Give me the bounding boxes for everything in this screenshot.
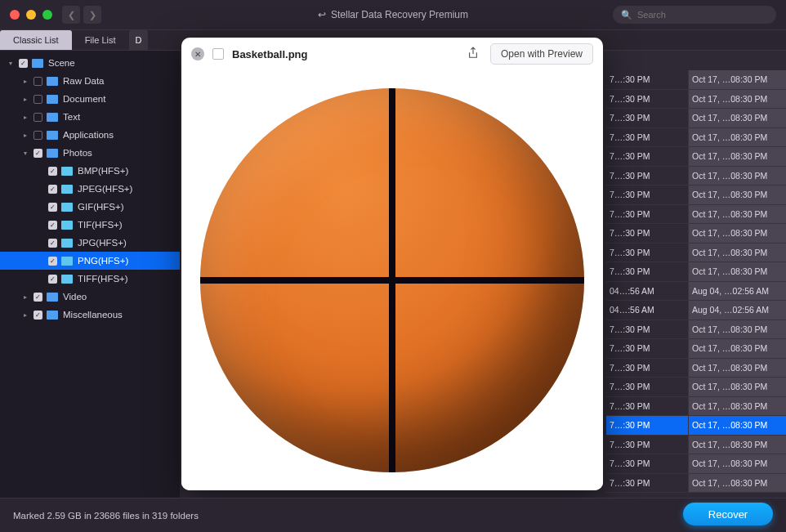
- chevron-down-icon[interactable]: ▾: [21, 150, 29, 157]
- table-row[interactable]: 7…:30 PMOct 17, …08:30 PM: [606, 90, 786, 110]
- table-row[interactable]: 7…:30 PMOct 17, …08:30 PM: [606, 70, 786, 90]
- checkbox[interactable]: ✓: [19, 59, 28, 68]
- open-with-preview-button[interactable]: Open with Preview: [490, 43, 593, 65]
- file-table[interactable]: 7…:30 PMOct 17, …08:30 PM7…:30 PMOct 17,…: [606, 70, 786, 493]
- table-row[interactable]: 04…:56 AMAug 04, …02:56 AM: [606, 301, 786, 320]
- checkbox[interactable]: [33, 95, 42, 104]
- sidebar-item-photos[interactable]: ▾✓Photos: [0, 144, 180, 162]
- chevron-right-icon[interactable]: ▸: [21, 114, 29, 121]
- checkbox[interactable]: ✓: [48, 167, 57, 176]
- table-row[interactable]: 7…:30 PMOct 17, …08:30 PM: [606, 262, 786, 282]
- sidebar-item-applications[interactable]: ▸Applications: [0, 126, 180, 144]
- table-row[interactable]: 7…:30 PMOct 17, …08:30 PM: [606, 320, 786, 340]
- sidebar-item-gif-hfs-[interactable]: ✓GIF(HFS+): [0, 198, 180, 216]
- checkbox[interactable]: ✓: [48, 185, 57, 194]
- chevron-right-icon[interactable]: ▸: [21, 96, 29, 103]
- cell-modification-date: Oct 17, …08:30 PM: [688, 205, 786, 224]
- cell-modification-date: Oct 17, …08:30 PM: [688, 128, 786, 147]
- cell-creation-date: 7…:30 PM: [606, 109, 688, 127]
- chevron-right-icon[interactable]: ▸: [21, 132, 29, 139]
- checkbox[interactable]: ✓: [33, 311, 42, 320]
- table-row[interactable]: 7…:30 PMOct 17, …08:30 PM: [606, 339, 786, 359]
- checkbox[interactable]: [33, 77, 42, 86]
- preview-filename: Basketball.png: [232, 48, 459, 60]
- table-row[interactable]: 7…:30 PMOct 17, …08:30 PM: [606, 167, 786, 186]
- sidebar-item-bmp-hfs-[interactable]: ✓BMP(HFS+): [0, 162, 180, 180]
- sidebar-item-label: Document: [63, 94, 105, 104]
- chevron-right-icon[interactable]: ▸: [21, 311, 29, 319]
- table-row[interactable]: 7…:30 PMOct 17, …08:30 PM: [606, 128, 786, 148]
- table-row[interactable]: 7…:30 PMOct 17, …08:30 PM: [606, 378, 786, 397]
- folder-icon: [61, 239, 73, 248]
- table-row[interactable]: 7…:30 PMOct 17, …08:30 PM: [606, 416, 786, 436]
- checkbox[interactable]: ✓: [48, 275, 57, 284]
- cell-modification-date: Oct 17, …08:30 PM: [688, 436, 786, 454]
- sidebar-item-scene[interactable]: ▾✓Scene: [0, 54, 180, 72]
- sidebar-item-tiff-hfs-[interactable]: ✓TIFF(HFS+): [0, 270, 180, 288]
- checkbox[interactable]: ✓: [48, 203, 57, 212]
- sidebar-item-document[interactable]: ▸Document: [0, 90, 180, 108]
- cell-creation-date: 7…:30 PM: [606, 378, 688, 396]
- table-row[interactable]: 7…:30 PMOct 17, …08:30 PM: [606, 359, 786, 378]
- nav-forward-button[interactable]: ❯: [83, 6, 101, 24]
- table-row[interactable]: 7…:30 PMOct 17, …08:30 PM: [606, 397, 786, 417]
- recover-button[interactable]: Recover: [683, 503, 773, 525]
- close-preview-button[interactable]: ✕: [191, 47, 204, 60]
- table-row[interactable]: 04…:56 AMAug 04, …02:56 AM: [606, 282, 786, 302]
- sidebar-item-video[interactable]: ▸✓Video: [0, 288, 180, 306]
- cell-creation-date: 7…:30 PM: [606, 205, 688, 224]
- cell-creation-date: 7…:30 PM: [606, 320, 688, 339]
- table-row[interactable]: 7…:30 PMOct 17, …08:30 PM: [606, 186, 786, 205]
- table-row[interactable]: 7…:30 PMOct 17, …08:30 PM: [606, 109, 786, 128]
- tab-deleted-list[interactable]: D: [129, 30, 149, 50]
- sidebar-item-tif-hfs-[interactable]: ✓TIF(HFS+): [0, 216, 180, 234]
- sidebar-item-raw-data[interactable]: ▸Raw Data: [0, 72, 180, 90]
- sidebar-item-label: Raw Data: [63, 76, 105, 86]
- table-row[interactable]: 7…:30 PMOct 17, …08:30 PM: [606, 147, 786, 167]
- sidebar-item-label: GIF(HFS+): [78, 202, 124, 212]
- checkbox[interactable]: [33, 113, 42, 122]
- table-row[interactable]: 7…:30 PMOct 17, …08:30 PM: [606, 436, 786, 455]
- chevron-right-icon[interactable]: ▸: [21, 293, 29, 301]
- checkbox[interactable]: ✓: [48, 221, 57, 230]
- file-icon: [212, 48, 224, 60]
- sidebar-item-text[interactable]: ▸Text: [0, 108, 180, 126]
- search-bar[interactable]: 🔍: [613, 6, 776, 24]
- table-row[interactable]: 7…:30 PMOct 17, …08:30 PM: [606, 454, 786, 474]
- share-button[interactable]: [467, 47, 482, 61]
- table-row[interactable]: 7…:30 PMOct 17, …08:30 PM: [606, 224, 786, 244]
- sidebar-item-png-hfs-[interactable]: ✓PNG(HFS+): [0, 252, 180, 270]
- cell-modification-date: Oct 17, …08:30 PM: [688, 70, 786, 89]
- checkbox[interactable]: ✓: [33, 149, 42, 158]
- cell-creation-date: 7…:30 PM: [606, 262, 688, 281]
- chevron-down-icon[interactable]: ▾: [7, 60, 15, 67]
- search-input[interactable]: [637, 10, 768, 20]
- cell-creation-date: 7…:30 PM: [606, 244, 688, 262]
- zoom-window-button[interactable]: [42, 10, 52, 20]
- checkbox[interactable]: ✓: [48, 239, 57, 248]
- tab-classic-list[interactable]: Classic List: [0, 30, 72, 50]
- cell-creation-date: 04…:56 AM: [606, 301, 688, 320]
- table-row[interactable]: 7…:30 PMOct 17, …08:30 PM: [606, 205, 786, 225]
- sidebar-tree[interactable]: ▾✓Scene▸Raw Data▸Document▸Text▸Applicati…: [0, 51, 180, 498]
- table-row[interactable]: 7…:30 PMOct 17, …08:30 PM: [606, 244, 786, 263]
- cell-creation-date: 7…:30 PM: [606, 128, 688, 147]
- checkbox[interactable]: [33, 131, 42, 140]
- cell-modification-date: Oct 17, …08:30 PM: [688, 224, 786, 243]
- checkbox[interactable]: ✓: [33, 293, 42, 302]
- sidebar-item-jpeg-hfs-[interactable]: ✓JPEG(HFS+): [0, 180, 180, 198]
- checkbox[interactable]: ✓: [48, 257, 57, 266]
- close-window-button[interactable]: [10, 10, 20, 20]
- cell-modification-date: Oct 17, …08:30 PM: [688, 109, 786, 127]
- folder-icon: [47, 293, 58, 302]
- sidebar-item-miscellaneous[interactable]: ▸✓Miscellaneous: [0, 306, 180, 324]
- table-row[interactable]: 7…:30 PMOct 17, …08:30 PM: [606, 474, 786, 494]
- cell-modification-date: Oct 17, …08:30 PM: [688, 474, 786, 493]
- nav-back-button[interactable]: ❮: [62, 6, 80, 24]
- tab-file-list[interactable]: File List: [72, 30, 129, 50]
- chevron-right-icon[interactable]: ▸: [21, 78, 29, 85]
- traffic-lights: [10, 10, 52, 20]
- minimize-window-button[interactable]: [26, 10, 36, 20]
- sidebar-item-jpg-hfs-[interactable]: ✓JPG(HFS+): [0, 234, 180, 252]
- app-title-label: Stellar Data Recovery Premium: [331, 9, 468, 20]
